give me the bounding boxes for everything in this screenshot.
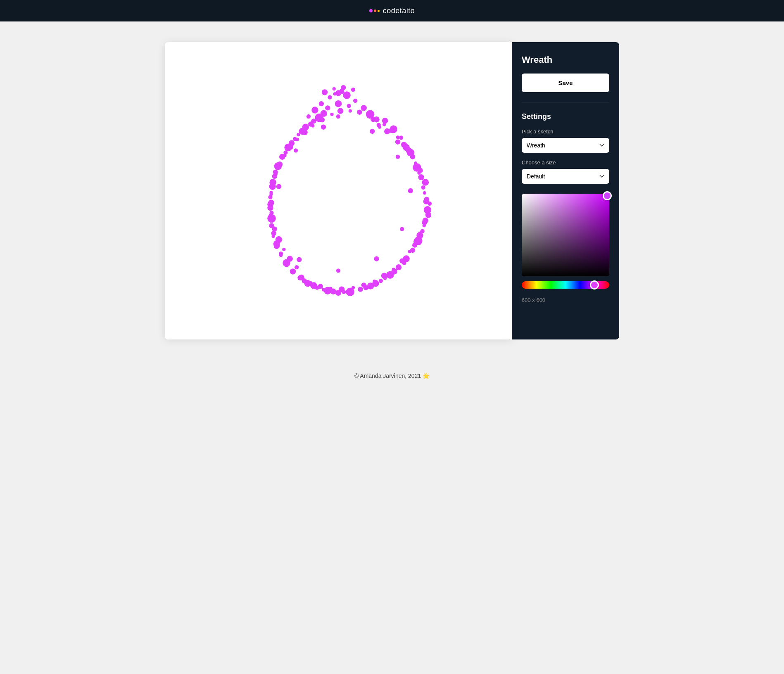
svg-point-156 [336, 268, 340, 273]
canvas-size-label: 600 x 600 [522, 297, 609, 303]
sketch-title: Wreath [522, 55, 609, 65]
footer: © Amanda Jarvinen, 2021 🌟 [0, 360, 784, 392]
svg-point-26 [395, 140, 400, 145]
svg-point-4 [353, 99, 357, 103]
svg-point-92 [297, 133, 300, 136]
svg-point-70 [282, 248, 285, 251]
svg-point-140 [330, 113, 333, 116]
sketch-select[interactable]: Wreath Circle Star Spiral [522, 138, 609, 153]
svg-point-126 [272, 235, 275, 238]
svg-point-106 [425, 210, 428, 214]
svg-point-6 [361, 105, 367, 111]
color-picker[interactable] [522, 194, 609, 295]
settings-title: Settings [522, 112, 609, 121]
logo-dot-pink [369, 9, 373, 12]
svg-point-99 [378, 126, 381, 129]
svg-point-3 [319, 101, 324, 106]
svg-point-95 [321, 110, 327, 117]
svg-point-12 [351, 88, 355, 92]
svg-point-139 [320, 117, 325, 122]
svg-point-16 [382, 118, 388, 123]
svg-point-142 [349, 109, 352, 113]
svg-point-149 [401, 142, 407, 148]
hue-thumb[interactable] [590, 280, 599, 290]
svg-point-134 [283, 154, 286, 157]
svg-point-146 [382, 123, 386, 126]
svg-point-154 [400, 227, 404, 231]
svg-point-68 [295, 265, 299, 269]
svg-point-119 [318, 284, 323, 289]
sketch-select-label: Pick a sketch [522, 128, 609, 135]
svg-point-46 [358, 287, 363, 292]
svg-point-125 [274, 243, 280, 249]
svg-point-110 [408, 250, 411, 253]
svg-point-148 [396, 135, 399, 139]
svg-point-150 [336, 114, 340, 119]
svg-point-129 [267, 202, 273, 207]
svg-point-133 [277, 161, 283, 167]
svg-point-13 [335, 100, 342, 107]
svg-point-23 [421, 185, 425, 190]
color-gradient-area[interactable] [522, 194, 609, 276]
svg-point-118 [329, 287, 332, 290]
svg-point-124 [279, 254, 283, 257]
svg-point-158 [273, 227, 277, 231]
svg-point-29 [422, 179, 429, 185]
svg-point-111 [399, 259, 404, 263]
save-button[interactable]: Save [522, 74, 609, 92]
svg-point-155 [374, 256, 379, 261]
svg-point-22 [418, 174, 424, 180]
svg-point-71 [276, 236, 282, 243]
svg-point-153 [408, 188, 413, 193]
content-wrapper: Wreath Save Settings Pick a sketch Wreat… [165, 42, 619, 339]
svg-point-161 [321, 125, 326, 130]
svg-point-138 [311, 124, 314, 128]
svg-point-113 [381, 273, 387, 279]
size-select-label: Choose a size [522, 159, 609, 166]
svg-point-7 [306, 114, 311, 119]
svg-point-97 [339, 89, 344, 94]
svg-point-60 [322, 288, 325, 292]
canvas-area [165, 42, 512, 339]
wreath-svg [165, 42, 512, 339]
svg-point-160 [294, 148, 298, 152]
app-logo: codetaito [369, 7, 415, 15]
svg-point-109 [413, 239, 419, 244]
svg-point-137 [302, 129, 308, 135]
logo-dot-yellow [378, 10, 380, 12]
svg-point-14 [325, 105, 330, 110]
svg-point-147 [389, 128, 394, 133]
svg-point-151 [370, 129, 375, 134]
svg-point-102 [414, 161, 417, 165]
svg-point-44 [379, 279, 383, 283]
svg-point-5 [311, 107, 318, 113]
svg-point-131 [270, 181, 275, 186]
svg-point-122 [292, 269, 295, 273]
svg-point-121 [298, 275, 304, 280]
svg-point-69 [287, 256, 293, 261]
svg-point-18 [399, 135, 403, 140]
hue-slider[interactable] [522, 281, 609, 289]
svg-point-1 [328, 95, 332, 100]
svg-point-103 [418, 168, 423, 173]
svg-point-42 [396, 264, 402, 270]
svg-point-120 [309, 281, 312, 284]
svg-point-135 [288, 145, 293, 150]
svg-point-143 [357, 110, 362, 115]
svg-point-130 [269, 192, 273, 196]
svg-point-96 [333, 92, 337, 95]
svg-point-9 [333, 87, 336, 90]
app-title: codetaito [383, 7, 415, 15]
svg-point-94 [311, 119, 316, 123]
size-select[interactable]: Default Small Medium Large [522, 169, 609, 184]
app-header: codetaito [0, 0, 784, 21]
svg-point-128 [268, 214, 272, 217]
svg-point-114 [373, 280, 376, 283]
color-gradient-thumb[interactable] [603, 191, 612, 200]
svg-point-105 [423, 199, 429, 204]
svg-point-123 [284, 261, 289, 266]
logo-dot-orange [374, 9, 376, 12]
main-content: Wreath Save Settings Pick a sketch Wreat… [0, 21, 784, 360]
svg-point-116 [352, 286, 355, 289]
svg-point-144 [366, 114, 370, 117]
